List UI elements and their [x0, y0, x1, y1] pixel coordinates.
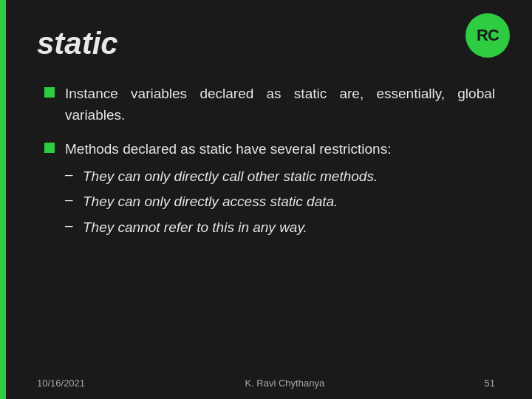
bullet-text-1: Instance variables declared as static ar…	[65, 83, 495, 126]
sub-text-3: They cannot refer to this in any way.	[83, 217, 307, 239]
slide: RC static Instance variables declared as…	[0, 0, 532, 399]
logo-text: RC	[477, 26, 499, 45]
logo-circle: RC	[466, 13, 510, 58]
footer-author: K. Ravi Chythanya	[245, 378, 324, 389]
sub-bullet-item-3: – They cannot refer to this in any way.	[65, 217, 391, 239]
bullet-content-2: Methods declared as static have several …	[65, 139, 391, 242]
sub-text-1: They can only directly call other static…	[83, 166, 378, 188]
bullet-item-1: Instance variables declared as static ar…	[44, 83, 495, 126]
left-accent-bar	[0, 0, 6, 399]
footer: 10/16/2021 K. Ravi Chythanya 51	[37, 378, 495, 389]
bullet-square-2	[44, 143, 55, 153]
dash-1: –	[65, 166, 75, 183]
sub-bullets: – They can only directly call other stat…	[65, 166, 391, 239]
footer-date: 10/16/2021	[37, 378, 85, 389]
sub-text-2: They can only directly access static dat…	[83, 191, 338, 213]
dash-2: –	[65, 191, 75, 208]
bullet-square-1	[44, 87, 55, 98]
slide-title: static	[37, 26, 495, 61]
content-area: Instance variables declared as static ar…	[37, 83, 495, 242]
bullet-item-2: Methods declared as static have several …	[44, 139, 495, 242]
bullet-text-2: Methods declared as static have several …	[65, 139, 391, 160]
sub-bullet-item-1: – They can only directly call other stat…	[65, 166, 391, 188]
logo: RC	[466, 13, 510, 58]
sub-bullet-item-2: – They can only directly access static d…	[65, 191, 391, 213]
footer-page: 51	[485, 378, 495, 389]
dash-3: –	[65, 217, 75, 233]
